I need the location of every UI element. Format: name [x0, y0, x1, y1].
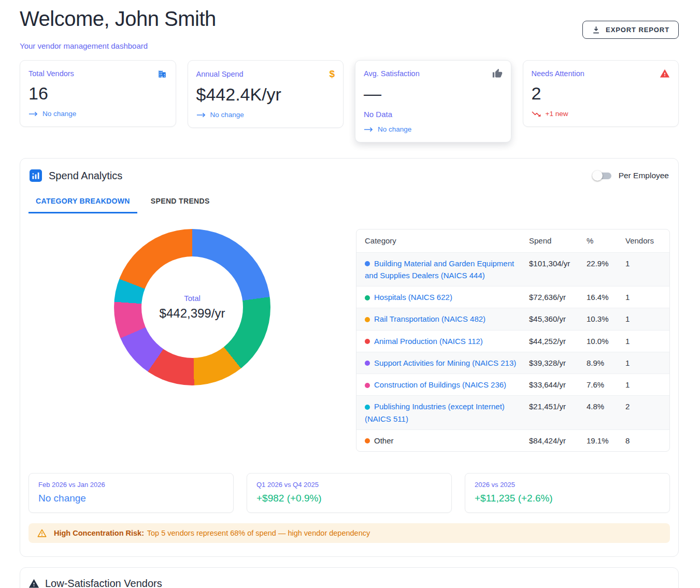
- comparison-card-year: 2026 vs 2025 +$11,235 (+2.6%): [465, 473, 670, 513]
- category-cell: Other: [356, 430, 529, 451]
- percent-cell: 10.0%: [587, 331, 625, 352]
- low-satisfaction-header: Low-Satisfaction Vendors: [28, 578, 670, 588]
- vendors-cell: 8: [625, 430, 669, 451]
- spend-cell: $44,252/yr: [529, 331, 587, 352]
- donut-center: Total $442,399/yr: [141, 256, 243, 358]
- vendors-cell: 1: [625, 286, 669, 308]
- stat-card-avg-satisfaction: Avg. Satisfaction — No Data No change: [355, 60, 511, 142]
- spend-cell: $84,424/yr: [529, 430, 587, 451]
- stat-cards-row: Total Vendors 16 No change Annual Spend …: [20, 60, 679, 142]
- stat-value: —: [364, 84, 503, 103]
- category-link[interactable]: Animal Production (NAICS 112): [374, 337, 483, 346]
- category-link[interactable]: Rail Transportation (NAICS 482): [374, 314, 485, 323]
- spend-analytics-title: Spend Analytics: [30, 169, 122, 182]
- category-cell: Rail Transportation (NAICS 482): [356, 308, 529, 329]
- comparison-value: +$982 (+0.9%): [256, 493, 442, 504]
- spend-cell: $72,636/yr: [529, 286, 587, 308]
- low-satisfaction-panel: Low-Satisfaction Vendors: [20, 567, 679, 588]
- spend-analytics-tabs: CATEGORY BREAKDOWN SPEND TRENDS: [28, 190, 670, 213]
- category-link[interactable]: Support Activities for Mining (NAICS 213…: [374, 358, 516, 367]
- stat-value: 2: [532, 84, 670, 103]
- category-dot-icon: [365, 438, 370, 443]
- export-report-label: EXPORT REPORT: [606, 26, 669, 34]
- warning-icon: [37, 528, 47, 538]
- donut-zone: Total $442,399/yr: [28, 229, 356, 452]
- percent-cell: 7.6%: [587, 374, 625, 395]
- spend-analytics-header: Spend Analytics Per Employee: [28, 167, 670, 182]
- stat-value: 16: [28, 84, 167, 103]
- stat-change: +1 new: [532, 110, 670, 118]
- spend-donut-chart[interactable]: Total $442,399/yr: [114, 229, 270, 385]
- table-row: Hospitals (NAICS 622)$72,636/yr16.4%1: [356, 286, 669, 308]
- comparison-card-month: Feb 2026 vs Jan 2026 No change: [28, 473, 234, 513]
- table-row: Support Activities for Mining (NAICS 213…: [356, 352, 669, 374]
- category-table-header: Category Spend % Vendors: [356, 230, 669, 252]
- trend-flat-icon: [28, 111, 38, 117]
- vendors-cell: 1: [625, 352, 669, 374]
- per-employee-toggle[interactable]: [592, 170, 612, 181]
- stat-card-needs-attention: Needs Attention 2 +1 new: [523, 60, 679, 127]
- category-cell: Support Activities for Mining (NAICS 213…: [356, 352, 529, 374]
- concentration-risk-banner: High Concentration Risk: Top 5 vendors r…: [28, 523, 670, 543]
- table-row: Other$84,424/yr19.1%8: [356, 429, 669, 451]
- stat-label: Avg. Satisfaction: [364, 69, 420, 78]
- percent-cell: 4.8%: [587, 396, 625, 429]
- category-dot-icon: [365, 295, 370, 300]
- trend-flat-icon: [196, 112, 206, 118]
- column-header-spend: Spend: [529, 230, 587, 252]
- category-dot-icon: [365, 361, 370, 366]
- stat-change: No change: [364, 125, 503, 133]
- dashboard-page: Welcome, John Smith Your vendor manageme…: [0, 0, 700, 588]
- percent-cell: 16.4%: [587, 286, 625, 308]
- spend-cell: $21,451/yr: [529, 396, 587, 429]
- vendors-cell: 1: [625, 331, 669, 352]
- stat-label: Total Vendors: [28, 69, 74, 78]
- stat-card-annual-spend: Annual Spend $ $442.4K/yr No change: [188, 60, 344, 128]
- per-employee-label: Per Employee: [619, 171, 669, 180]
- percent-cell: 22.9%: [587, 253, 625, 286]
- table-row: Animal Production (NAICS 112)$44,252/yr1…: [356, 330, 669, 352]
- percent-cell: 8.9%: [587, 352, 625, 374]
- spend-cell: $45,360/yr: [529, 308, 587, 329]
- building-icon: [157, 68, 167, 79]
- comparison-label: Q1 2026 vs Q4 2025: [256, 481, 442, 489]
- toggle-knob: [592, 170, 603, 181]
- table-row: Building Material and Garden Equipment a…: [356, 252, 669, 286]
- stat-label: Needs Attention: [532, 69, 584, 78]
- page-title: Welcome, John Smith: [20, 7, 216, 31]
- column-header-vendors: Vendors: [625, 230, 669, 252]
- category-label: Other: [374, 436, 394, 445]
- category-cell: Publishing Industries (except Internet) …: [356, 396, 529, 429]
- percent-cell: 19.1%: [587, 430, 625, 451]
- category-cell: Construction of Buildings (NAICS 236): [356, 374, 529, 395]
- page-subtitle: Your vendor management dashboard: [20, 41, 216, 50]
- spend-cell: $33,644/yr: [529, 374, 587, 395]
- low-satisfaction-title: Low-Satisfaction Vendors: [45, 578, 162, 588]
- category-link[interactable]: Construction of Buildings (NAICS 236): [374, 380, 506, 389]
- comparison-cards: Feb 2026 vs Jan 2026 No change Q1 2026 v…: [28, 473, 670, 513]
- comparison-value: No change: [38, 493, 224, 504]
- category-link[interactable]: Publishing Industries (except Internet) …: [365, 402, 505, 423]
- category-link[interactable]: Building Material and Garden Equipment a…: [365, 259, 514, 280]
- tab-spend-trends[interactable]: SPEND TRENDS: [144, 190, 217, 213]
- vendors-cell: 1: [625, 308, 669, 329]
- vendors-cell: 1: [625, 374, 669, 395]
- category-dot-icon: [365, 383, 370, 388]
- tab-category-breakdown[interactable]: CATEGORY BREAKDOWN: [28, 190, 137, 213]
- table-row: Publishing Industries (except Internet) …: [356, 395, 669, 429]
- comparison-card-quarter: Q1 2026 vs Q4 2025 +$982 (+0.9%): [247, 473, 452, 513]
- trend-flat-icon: [364, 126, 374, 133]
- table-row: Rail Transportation (NAICS 482)$45,360/y…: [356, 308, 669, 329]
- percent-cell: 10.3%: [587, 308, 625, 329]
- stat-change: No change: [28, 110, 167, 118]
- category-dot-icon: [365, 405, 370, 410]
- vendors-cell: 2: [625, 396, 669, 429]
- donut-total-value: $442,399/yr: [160, 306, 225, 321]
- warning-text: High Concentration Risk: Top 5 vendors r…: [54, 529, 370, 537]
- stat-label: Annual Spend: [196, 70, 244, 78]
- category-link[interactable]: Hospitals (NAICS 622): [374, 293, 452, 302]
- category-dot-icon: [365, 317, 370, 322]
- topbar: Welcome, John Smith Your vendor manageme…: [20, 7, 679, 50]
- export-report-button[interactable]: EXPORT REPORT: [582, 21, 679, 39]
- per-employee-toggle-row: Per Employee: [592, 170, 669, 181]
